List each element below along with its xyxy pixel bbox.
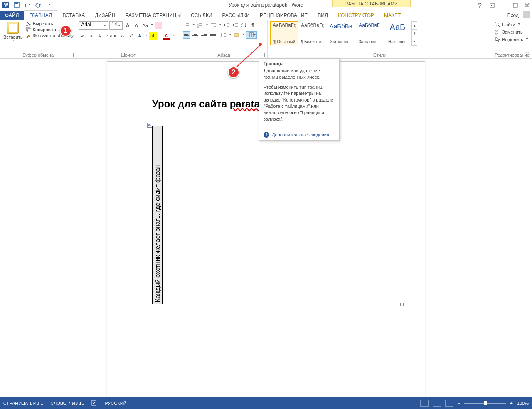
group-paragraph: 123 AЯ ¶ Абзац (180, 20, 268, 58)
zoom-slider[interactable] (464, 403, 506, 404)
table-cell-vertical[interactable]: Каждый охотник желает знать, где сидит ф… (153, 126, 163, 304)
font-size-combo[interactable]: 14 (109, 21, 123, 30)
paragraph-launcher-icon[interactable] (261, 53, 265, 57)
grow-font-button[interactable]: A (124, 22, 131, 29)
tab-table-layout[interactable]: МАКЕТ (379, 11, 406, 20)
subscript-button[interactable]: x₂ (118, 32, 126, 40)
decrease-indent-button[interactable] (223, 21, 230, 29)
close-icon[interactable] (525, 2, 530, 8)
tab-design[interactable]: ДИЗАЙН (90, 11, 120, 20)
paste-button[interactable]: Вставить (2, 21, 24, 43)
minimize-icon[interactable] (501, 2, 507, 8)
view-web-icon[interactable] (445, 400, 453, 407)
zoom-in-button[interactable]: + (510, 401, 512, 406)
group-font-label: Шрифт (79, 52, 177, 58)
scroll-up-icon[interactable]: ▲ (412, 22, 417, 30)
tab-layout[interactable]: РАЗМЕТКА СТРАНИЦЫ (121, 11, 186, 20)
shrink-font-button[interactable]: A (133, 22, 140, 29)
status-language[interactable]: РУССКИЙ (105, 401, 126, 406)
select-button[interactable]: Выделить (495, 36, 528, 43)
style-no-spacing[interactable]: АаБбВвГг,¶ Без инте... (298, 21, 327, 45)
numbering-button[interactable]: 123 (196, 21, 204, 29)
font-color-button[interactable]: A (163, 32, 170, 40)
scroll-down-icon[interactable]: ▼ (412, 30, 417, 37)
align-center-button[interactable] (192, 31, 199, 39)
qat-customize-icon[interactable] (46, 2, 52, 8)
svg-rect-4 (490, 3, 494, 7)
avatar[interactable] (523, 11, 530, 18)
multilevel-button[interactable] (209, 21, 217, 29)
change-case-button[interactable]: Aa (141, 22, 149, 29)
superscript-button[interactable]: x² (127, 32, 135, 40)
zoom-out-button[interactable]: − (458, 401, 460, 406)
tab-mailings[interactable]: РАССЫЛКИ (217, 11, 255, 20)
sort-button[interactable]: AЯ (240, 21, 248, 29)
tab-review[interactable]: РЕЦЕНЗИРОВАНИЕ (255, 11, 313, 20)
italic-button[interactable]: К (88, 32, 95, 40)
help-icon[interactable]: ? (478, 2, 484, 8)
font-name-combo[interactable]: Arial (79, 21, 108, 30)
table-resize-handle[interactable] (400, 303, 404, 306)
maximize-icon[interactable] (513, 2, 519, 8)
table-move-handle[interactable]: ✥ (147, 123, 152, 128)
borders-button[interactable] (246, 31, 257, 39)
svg-text:ac: ac (495, 32, 498, 35)
view-read-icon[interactable] (420, 400, 429, 407)
ribbon-display-icon[interactable] (490, 2, 495, 8)
view-print-icon[interactable] (433, 400, 441, 407)
group-styles: АаБбВвГг,¶ Обычный АаБбВвГг,¶ Без инте..… (268, 20, 492, 58)
svg-text:Я: Я (241, 25, 243, 28)
styles-scroll[interactable]: ▲▼▾ (411, 21, 417, 46)
find-button[interactable]: Найти (495, 21, 520, 28)
tab-home[interactable]: ГЛАВНАЯ (24, 10, 57, 20)
zoom-level[interactable]: 100% (517, 401, 529, 406)
borders-tooltip: Границы Добавление или удаление границ в… (259, 58, 340, 141)
vertical-text[interactable]: Каждый охотник желает знать, где сидит ф… (154, 164, 161, 302)
group-clipboard-label: Буфер обмена (2, 52, 74, 58)
strike-button[interactable]: abc (110, 32, 117, 40)
window-title: Урок для сайта paratapok - Word (229, 2, 303, 8)
style-heading1[interactable]: АаБбВвЗаголово... (327, 21, 355, 45)
status-words[interactable]: СЛОВО 7 ИЗ 11 (51, 401, 84, 406)
tooltip-help-link[interactable]: ? Дополнительные сведения (259, 129, 339, 140)
text-effects-button[interactable]: A (136, 32, 143, 40)
underline-button[interactable]: Ч (96, 32, 104, 40)
highlight-button[interactable]: ab (149, 32, 157, 40)
paste-icon (7, 22, 19, 34)
collapse-ribbon-icon[interactable]: ⌃ (525, 51, 530, 57)
document-table[interactable]: Каждый охотник желает знать, где сидит ф… (152, 126, 401, 304)
tab-file[interactable]: ФАЙЛ (0, 11, 24, 20)
line-spacing-button[interactable] (219, 31, 227, 39)
style-title[interactable]: АаБНазвание (383, 21, 411, 45)
bold-button[interactable]: Ж (79, 32, 86, 40)
style-heading2[interactable]: АаБбВвГЗаголово... (355, 21, 383, 45)
tab-table-design[interactable]: КОНСТРУКТОР (333, 11, 379, 20)
tab-insert[interactable]: ВСТАВКА (57, 11, 90, 20)
status-proofing-icon[interactable] (91, 400, 97, 407)
svg-point-42 (495, 22, 498, 25)
status-page[interactable]: СТРАНИЦА 1 ИЗ 1 (3, 401, 43, 406)
tab-view[interactable]: ВИД (313, 11, 333, 20)
show-marks-button[interactable]: ¶ (249, 21, 256, 29)
align-left-button[interactable] (183, 31, 190, 39)
save-icon[interactable] (13, 2, 20, 8)
undo-icon[interactable] (24, 2, 31, 8)
font-launcher-icon[interactable] (173, 53, 177, 57)
styles-more-icon[interactable]: ▾ (412, 37, 417, 45)
replace-button[interactable]: abacЗаменить (495, 29, 522, 35)
increase-indent-button[interactable] (232, 21, 239, 29)
align-justify-button[interactable] (209, 31, 217, 39)
styles-launcher-icon[interactable] (485, 53, 489, 57)
clear-format-button[interactable] (155, 22, 162, 29)
callout-2: 2 (228, 67, 239, 78)
group-editing-label: Редактирование (495, 52, 530, 58)
style-normal[interactable]: АаБбВвГг,¶ Обычный (270, 21, 298, 45)
clipboard-launcher-icon[interactable] (69, 53, 74, 57)
redo-icon[interactable] (35, 2, 42, 8)
align-right-button[interactable] (200, 31, 208, 39)
tab-references[interactable]: ССЫЛКИ (186, 11, 217, 20)
svg-text:A: A (241, 22, 243, 25)
bullets-button[interactable] (183, 21, 190, 29)
signin-link[interactable]: Вход (506, 11, 520, 20)
shading-button[interactable] (233, 31, 240, 39)
